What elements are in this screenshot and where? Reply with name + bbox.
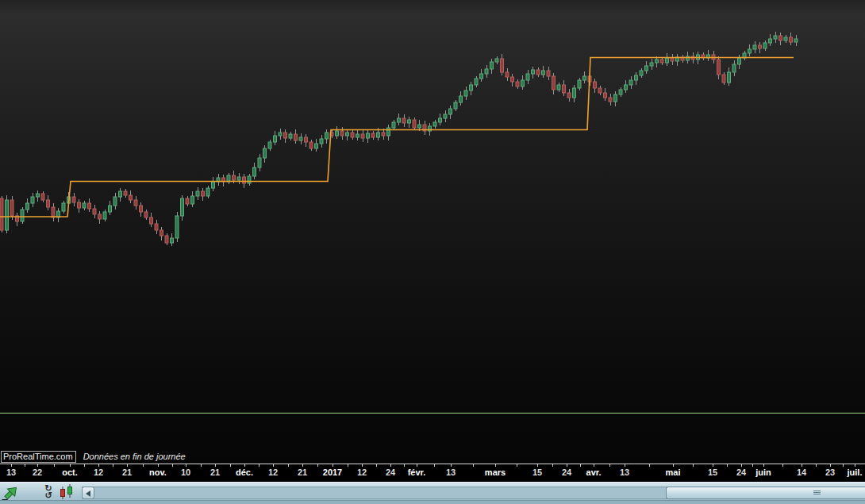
axis-tick-mark: [567, 464, 567, 467]
axis-label: 13: [620, 467, 629, 477]
axis-tick-mark: [201, 464, 202, 467]
axis-tick-mark: [98, 464, 99, 467]
axis-label: 24: [562, 467, 571, 477]
axis-tick-mark: [143, 464, 144, 467]
axis-label: 2017: [323, 467, 342, 477]
axis-tick-mark: [84, 464, 85, 467]
axis-tick-mark: [288, 464, 289, 467]
axis-label: 12: [268, 467, 278, 477]
axis-tick-mark: [186, 464, 186, 467]
price-chart-svg[interactable]: [0, 0, 865, 464]
trading-app-window: ProRealTime.com Données en fin de journé…: [0, 0, 865, 504]
axis-label: 24: [386, 467, 395, 477]
axis-label: 24: [736, 467, 746, 477]
axis-tick-mark: [855, 464, 855, 467]
loop-scroll-icon[interactable]: ↻ ↺: [42, 485, 55, 499]
axis-tick-mark: [727, 464, 728, 467]
axis-tick-mark: [348, 464, 348, 467]
axis-tick-mark: [552, 464, 553, 467]
axis-label: oct.: [62, 467, 78, 477]
axis-label: juin: [755, 467, 771, 477]
axis-tick-mark: [609, 464, 610, 467]
axis-tick-mark: [495, 464, 496, 467]
axis-label: 21: [122, 467, 132, 477]
axis-label: 15: [532, 467, 542, 477]
axis-tick-mark: [25, 464, 25, 467]
horizontal-scrollbar-thumb[interactable]: [666, 487, 865, 499]
axis-tick-mark: [11, 464, 12, 467]
time-axis: 1322oct.1221nov.1021déc.122120171224févr…: [0, 464, 865, 482]
axis-tick-mark: [830, 464, 831, 467]
bottom-edge-strip: [0, 500, 865, 504]
axis-tick-mark: [434, 464, 435, 467]
axis-label: 12: [94, 467, 103, 477]
axis-tick-mark: [172, 464, 173, 467]
axis-label: 13: [6, 467, 16, 477]
axis-tick-mark: [158, 464, 159, 467]
axis-tick-mark: [54, 464, 55, 467]
axis-tick-mark: [127, 464, 128, 467]
bottom-toolbar: ↻ ↺: [0, 482, 865, 504]
axis-label: 22: [33, 467, 42, 477]
axis-label: 14: [797, 467, 806, 477]
axis-tick-mark: [417, 464, 417, 467]
axis-label: 15: [708, 467, 717, 477]
axis-tick-mark: [763, 464, 764, 467]
axis-label: févr.: [408, 467, 426, 477]
axis-label: 21: [210, 467, 220, 477]
axis-label: 12: [357, 467, 367, 477]
axis-tick-mark: [404, 464, 405, 467]
axis-tick-mark: [215, 464, 216, 467]
axis-label: déc.: [236, 467, 253, 477]
axis-tick-mark: [451, 464, 452, 467]
scroll-left-arrow-icon: [86, 491, 90, 497]
axis-label: juil.: [848, 467, 863, 477]
axis-tick-mark: [317, 464, 318, 467]
axis-tick-mark: [537, 464, 538, 467]
axis-tick-mark: [113, 464, 113, 467]
axis-tick-mark: [673, 464, 674, 467]
axis-tick-mark: [752, 464, 753, 467]
end-of-day-data-notice: Données en fin de journée: [83, 452, 186, 461]
axis-tick-mark: [802, 464, 802, 467]
axis-tick-mark: [37, 464, 38, 467]
axis-label: 23: [825, 467, 835, 477]
axis-tick-mark: [230, 464, 231, 467]
axis-tick-mark: [473, 464, 474, 467]
branding-row: ProRealTime.com Données en fin de journé…: [1, 450, 186, 463]
axis-tick-mark: [782, 464, 783, 467]
axis-tick-mark: [649, 464, 650, 467]
axis-tick-mark: [273, 464, 274, 467]
axis-label: mars: [485, 467, 506, 477]
axis-tick-mark: [362, 464, 363, 467]
scroll-left-button[interactable]: [82, 487, 94, 499]
axis-tick-mark: [741, 464, 742, 467]
axis-label: nov.: [149, 467, 167, 477]
prorealtime-link[interactable]: ProRealTime.com: [1, 451, 76, 463]
axis-label: mai: [666, 467, 681, 477]
scrollbar-grip-icon: [813, 491, 821, 495]
axis-tick-mark: [259, 464, 260, 467]
axis-label: avr.: [586, 467, 602, 477]
axis-tick-mark: [580, 464, 581, 467]
price-chart-region[interactable]: ProRealTime.com Données en fin de journé…: [0, 0, 865, 464]
axis-tick-mark: [693, 464, 694, 467]
axis-tick-mark: [70, 464, 71, 467]
axis-tick-mark: [302, 464, 303, 467]
axis-label: 13: [446, 467, 456, 477]
axis-tick-mark: [594, 464, 594, 467]
axis-tick-mark: [244, 464, 245, 467]
axis-tick-mark: [517, 464, 517, 467]
axis-label: 10: [181, 467, 190, 477]
axis-tick-mark: [625, 464, 625, 467]
axis-tick-mark: [390, 464, 391, 467]
axis-tick-mark: [816, 464, 817, 467]
axis-tick-mark: [843, 464, 844, 467]
axis-label: 21: [298, 467, 307, 477]
axis-tick-mark: [713, 464, 713, 467]
axis-tick-mark: [376, 464, 377, 467]
axis-tick-mark: [333, 464, 333, 467]
